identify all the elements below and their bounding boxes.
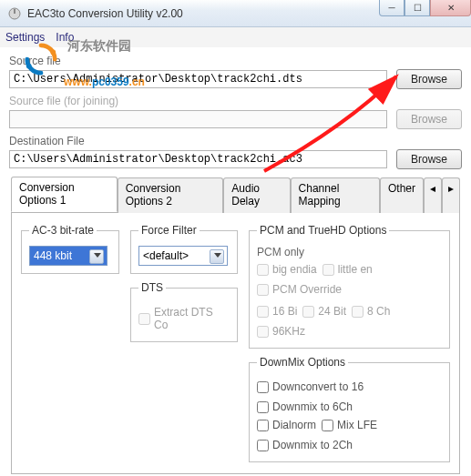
16bit-checkbox: 16 Bi [257, 305, 297, 318]
chevron-down-icon [214, 253, 221, 258]
chevron-down-icon [94, 253, 101, 258]
little-endian-checkbox: little en [323, 263, 373, 276]
tab-conv1[interactable]: Conversion Options 1 [11, 177, 118, 212]
pcm-legend: PCM and TrueHD Options [257, 224, 389, 237]
tab-bar: Conversion Options 1 Conversion Options … [11, 177, 460, 213]
bitrate-legend: AC-3 bit-rate [29, 224, 97, 237]
dts-group: DTS Extract DTS Co [130, 281, 238, 342]
source-file-label: Source file [9, 55, 462, 67]
96khz-checkbox: 96KHz [257, 325, 305, 338]
downmix6-checkbox[interactable]: Downmix to 6Ch [257, 400, 353, 413]
downmix-group: DownMix Options Downconvert to 16 Downmi… [249, 356, 450, 462]
minimize-button[interactable]: ─ [379, 0, 404, 16]
menu-info[interactable]: Info [56, 31, 74, 44]
tab-other[interactable]: Other [380, 177, 424, 213]
pcm-override-checkbox: PCM Override [257, 283, 342, 296]
extract-dts-checkbox: Extract DTS Co [138, 306, 230, 331]
window-title: EAC3to Conversion Utility v2.00 [27, 7, 183, 20]
dest-file-label: Destination File [9, 135, 462, 147]
app-icon [7, 6, 22, 21]
downconvert16-checkbox[interactable]: Downconvert to 16 [257, 380, 363, 393]
pcm-only-label: PCM only [257, 246, 442, 258]
tab-channel-mapping[interactable]: Channel Mapping [291, 177, 380, 213]
dialnorm-checkbox[interactable]: Dialnorm [257, 419, 316, 431]
bitrate-select[interactable]: 448 kbit [29, 246, 108, 266]
tab-scroll-right[interactable]: ▸ [442, 177, 460, 213]
browse-join-button: Browse [396, 109, 462, 129]
dest-file-input[interactable] [9, 150, 387, 168]
tab-panel-conv1: AC-3 bit-rate 448 kbit Force Filter <def… [11, 213, 460, 474]
force-filter-legend: Force Filter [138, 224, 200, 237]
browse-source-button[interactable]: Browse [396, 69, 462, 89]
tab-conv2[interactable]: Conversion Options 2 [118, 177, 224, 213]
maximize-button[interactable]: ☐ [404, 0, 430, 16]
source-join-label: Source file (for joining) [9, 95, 462, 107]
tab-scroll-left[interactable]: ◂ [424, 177, 442, 213]
bitrate-group: AC-3 bit-rate 448 kbit [21, 224, 119, 274]
force-filter-group: Force Filter <default> [130, 224, 238, 274]
big-endian-checkbox: big endia [257, 263, 317, 276]
downmix-legend: DownMix Options [257, 356, 348, 369]
mixlfe-checkbox[interactable]: Mix LFE [322, 419, 377, 431]
menu-settings[interactable]: Settings [5, 31, 45, 44]
browse-dest-button[interactable]: Browse [396, 149, 462, 169]
source-file-input[interactable] [9, 70, 387, 88]
dts-legend: DTS [138, 281, 166, 294]
source-join-input[interactable] [9, 110, 387, 128]
tab-audio-delay[interactable]: Audio Delay [223, 177, 290, 213]
pcm-group: PCM and TrueHD Options PCM only big endi… [249, 224, 450, 349]
close-window-button[interactable]: ✕ [430, 0, 471, 16]
24bit-checkbox: 24 Bit [302, 305, 346, 318]
svg-rect-1 [14, 9, 15, 14]
force-filter-select[interactable]: <default> [138, 246, 228, 266]
8ch-checkbox: 8 Ch [352, 305, 390, 318]
downmix2-checkbox[interactable]: Downmix to 2Ch [257, 439, 353, 451]
